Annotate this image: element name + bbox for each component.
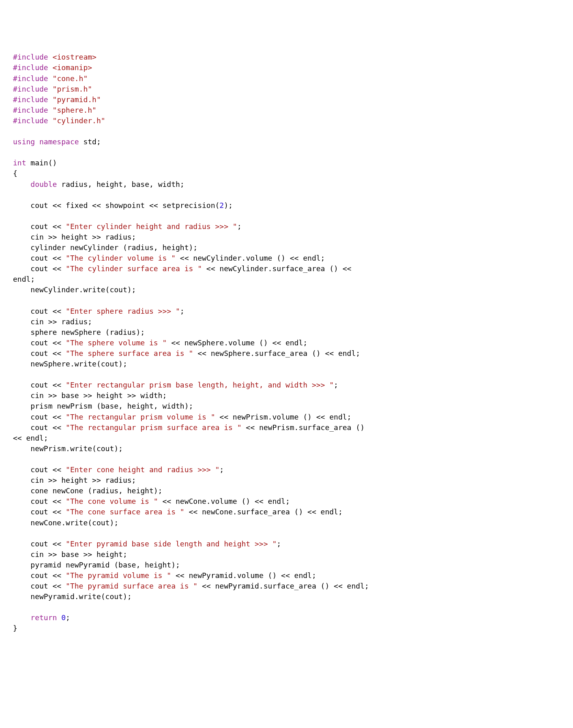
code-token: "Enter cylinder height and radius >>> ": [66, 222, 237, 231]
code-token: prism newPrism (base, height, width);: [13, 402, 193, 410]
code-token: cout <<: [13, 254, 66, 262]
code-token: }: [13, 624, 17, 632]
code-token: newPyramid.write(cout);: [13, 592, 132, 601]
code-token: << newSphere.surface_area () << endl;: [193, 349, 360, 358]
code-token: pyramid newPyramid (base, height);: [13, 561, 180, 569]
code-token: ;: [334, 381, 338, 389]
code-token: << newCone.surface_area () << endl;: [185, 507, 343, 516]
code-token: );: [224, 201, 233, 210]
code-token: sphere newSphere (radius);: [13, 328, 145, 336]
code-token: cin >> height >> radius;: [13, 233, 136, 241]
code-token: << newPrism.volume () << endl;: [215, 413, 352, 421]
code-token: "The pyramid volume is ": [66, 571, 171, 580]
code-token: cout <<: [13, 264, 66, 273]
code-token: #include: [13, 95, 53, 104]
code-token: cin >> base >> height >> width;: [13, 391, 167, 400]
code-token: #include: [13, 53, 53, 61]
code-token: cout <<: [13, 349, 66, 358]
code-token: [57, 613, 61, 622]
code-token: #include: [13, 63, 53, 72]
code-token: double: [30, 180, 57, 188]
code-token: << newCylinder.volume () << endl;: [176, 254, 325, 262]
code-token: cout <<: [13, 497, 66, 505]
code-token: cylinder newCylinder (radius, height);: [13, 243, 197, 252]
code-token: cout <<: [13, 307, 66, 315]
code-token: "The sphere volume is ": [66, 338, 167, 347]
code-token: << newCone.volume () << endl;: [158, 497, 290, 505]
code-token: newSphere.write(cout);: [13, 360, 127, 368]
code-token: ;: [180, 307, 185, 315]
code-token: "The cone volume is ": [66, 497, 158, 505]
code-token: using namespace: [13, 137, 79, 146]
code-token: << newSphere.volume () << endl;: [167, 338, 307, 347]
code-token: cout <<: [13, 381, 66, 389]
code-token: [13, 180, 30, 188]
code-token: 0: [61, 613, 66, 622]
code-token: cin >> height >> radius;: [13, 476, 136, 484]
code-token: #include: [13, 106, 53, 114]
code-token: "Enter rectangular prism base length, he…: [66, 381, 334, 389]
code-token: ;: [219, 465, 224, 474]
code-token: std;: [79, 137, 101, 146]
code-token: newPrism.write(cout);: [13, 444, 123, 453]
code-token: "cylinder.h": [53, 116, 105, 125]
code-token: "Enter pyramid base side length and heig…: [66, 540, 277, 548]
code-token: <iostream>: [53, 53, 97, 61]
code-token: "The pyramid surface area is ": [66, 582, 197, 590]
code-token: [13, 613, 30, 622]
code-token: ;: [66, 613, 70, 622]
code-token: cout <<: [13, 540, 66, 548]
code-token: #include: [13, 116, 53, 125]
code-token: cout << fixed << showpoint << setprecisi…: [13, 201, 219, 210]
code-token: cone newCone (radius, height);: [13, 486, 162, 495]
code-token: cout <<: [13, 423, 66, 432]
code-token: 2: [219, 201, 224, 210]
code-token: cout <<: [13, 507, 66, 516]
code-listing: #include <iostream> #include <iomanip> #…: [13, 52, 560, 634]
code-token: <iomanip>: [53, 63, 92, 72]
code-token: main(): [26, 158, 57, 167]
code-token: "The sphere surface area is ": [66, 349, 193, 358]
code-token: "The cone surface area is ": [66, 507, 185, 516]
code-token: cout <<: [13, 571, 66, 580]
code-token: ;: [237, 222, 242, 231]
code-token: cout <<: [13, 413, 66, 421]
code-token: radius, height, base, width;: [57, 180, 184, 188]
code-token: int: [13, 158, 26, 167]
code-token: "The cylinder surface area is ": [66, 264, 202, 273]
code-token: "cone.h": [53, 74, 88, 83]
code-token: cin >> base >> height;: [13, 550, 127, 559]
code-token: newCylinder.write(cout);: [13, 285, 136, 294]
code-token: "pyramid.h": [53, 95, 101, 104]
code-token: cout <<: [13, 465, 66, 474]
code-token: "prism.h": [53, 85, 92, 93]
code-token: "The rectangular prism surface area is ": [66, 423, 241, 432]
code-token: return: [30, 613, 57, 622]
code-token: "sphere.h": [53, 106, 97, 114]
code-token: "Enter cone height and radius >>> ": [66, 465, 219, 474]
code-token: << newPyramid.surface_area () << endl;: [197, 582, 369, 590]
code-token: cout <<: [13, 582, 66, 590]
code-token: "The rectangular prism volume is ": [66, 413, 215, 421]
code-token: ;: [277, 540, 281, 548]
code-token: << newPyramid.volume () << endl;: [171, 571, 316, 580]
code-token: cin >> radius;: [13, 317, 92, 326]
code-token: {: [13, 169, 17, 178]
code-token: newCone.write(cout);: [13, 518, 118, 527]
code-token: "Enter sphere radius >>> ": [66, 307, 180, 315]
code-token: #include: [13, 85, 53, 93]
code-token: cout <<: [13, 338, 66, 347]
code-token: "The cylinder volume is ": [66, 254, 176, 262]
code-token: #include: [13, 74, 53, 83]
code-token: cout <<: [13, 222, 66, 231]
